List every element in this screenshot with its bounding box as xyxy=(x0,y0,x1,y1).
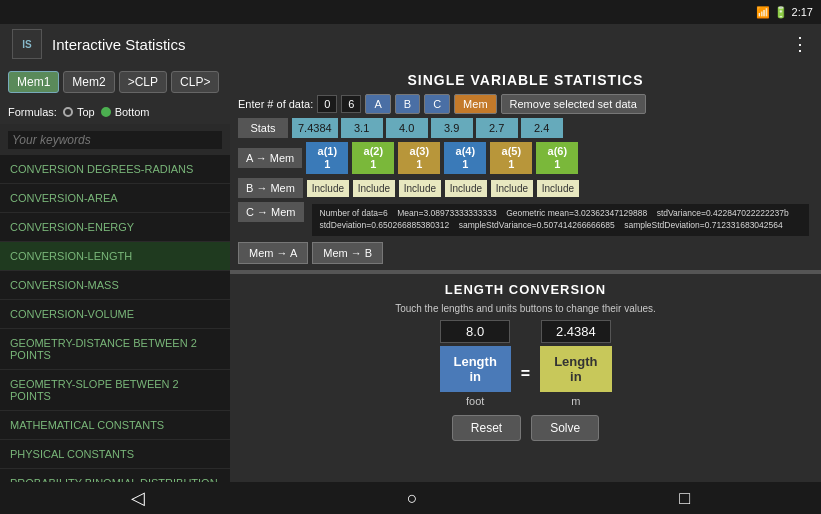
lc-solve-button[interactable]: Solve xyxy=(531,415,599,441)
b-mem-label[interactable]: B → Mem xyxy=(238,178,303,198)
include-btn-5[interactable]: Include xyxy=(537,180,579,197)
toolbar: Mem1 Mem2 >CLP CLP> xyxy=(0,64,230,100)
data-count: 6 xyxy=(341,95,361,113)
sidebar-item-energy[interactable]: CONVERSION-ENERGY xyxy=(0,213,230,242)
lc-reset-button[interactable]: Reset xyxy=(452,415,521,441)
lc-unit-m-button[interactable]: Lengthin xyxy=(540,346,611,392)
mem-a-button[interactable]: Mem → A xyxy=(238,242,308,264)
lc-actions: Reset Solve xyxy=(234,411,817,445)
sidebar-item-physical-constants[interactable]: PHYSICAL CONSTANTS xyxy=(0,440,230,469)
mem-button[interactable]: Mem xyxy=(454,94,496,114)
a-mem-label[interactable]: A → Mem xyxy=(238,148,302,168)
stats-area: Stats 7.4384 3.1 4.0 3.9 2.7 2.4 xyxy=(234,116,817,140)
sidebar-item-degrees-radians[interactable]: CONVERSION DEGREES-RADIANS xyxy=(0,155,230,184)
lc-value-2[interactable]: 2.4384 xyxy=(541,320,611,343)
include-btn-2[interactable]: Include xyxy=(399,180,441,197)
include-btn-0[interactable]: Include xyxy=(307,180,349,197)
cell-a6-label: a(6) xyxy=(540,145,574,158)
status-icons: 📶 🔋 2:17 xyxy=(756,6,813,19)
nav-bar: ◁ ○ □ xyxy=(0,482,821,514)
include-btn-1[interactable]: Include xyxy=(353,180,395,197)
sidebar-item-mass[interactable]: CONVERSION-MASS xyxy=(0,271,230,300)
top-radio-group[interactable]: Top xyxy=(63,106,95,118)
sidebar-item-length[interactable]: CONVERSION-LENGTH xyxy=(0,242,230,271)
back-button[interactable]: ◁ xyxy=(111,483,165,513)
sidebar-item-math-constants[interactable]: MATHEMATICAL CONSTANTS xyxy=(0,411,230,440)
bottom-label: Bottom xyxy=(115,106,150,118)
data-count-0: 0 xyxy=(317,95,337,113)
include-btn-4[interactable]: Include xyxy=(491,180,533,197)
stat-val-4[interactable]: 2.7 xyxy=(476,118,518,138)
formulas-row: Formulas: Top Bottom xyxy=(0,100,230,124)
length-conversion-section: LENGTH CONVERSION Touch the lengths and … xyxy=(230,274,821,482)
cell-a1[interactable]: a(1) 1 xyxy=(306,142,348,174)
stats-values-row: 7.4384 3.1 4.0 3.9 2.7 2.4 xyxy=(292,118,563,138)
sidebar-item-geometry-distance[interactable]: GEOMETRY-DISTANCE BETWEEN 2 POINTS xyxy=(0,329,230,370)
sidebar-item-binomial[interactable]: PROBABILITY-BINOMIAL DISTRIBUTION xyxy=(0,469,230,482)
cell-a2-sub: 1 xyxy=(356,158,390,171)
lc-unit-foot-button[interactable]: Lengthin xyxy=(440,346,511,392)
cell-a4[interactable]: a(4) 1 xyxy=(444,142,486,174)
clp-button[interactable]: CLP> xyxy=(171,71,219,93)
cell-a6-sub: 1 xyxy=(540,158,574,171)
sidebar-item-volume[interactable]: CONVERSION-VOLUME xyxy=(0,300,230,329)
cell-a3[interactable]: a(3) 1 xyxy=(398,142,440,174)
top-label: Top xyxy=(77,106,95,118)
cell-a5-label: a(5) xyxy=(494,145,528,158)
sidebar-search-input[interactable] xyxy=(8,131,222,149)
cell-a6[interactable]: a(6) 1 xyxy=(536,142,578,174)
svs-section: SINGLE VARIABLE STATISTICS Enter # of da… xyxy=(230,64,821,270)
remove-button[interactable]: Remove selected set data xyxy=(501,94,646,114)
lc-title: LENGTH CONVERSION xyxy=(234,278,817,301)
stat-val-5[interactable]: 2.4 xyxy=(521,118,563,138)
cell-a3-sub: 1 xyxy=(402,158,436,171)
formulas-label: Formulas: xyxy=(8,106,57,118)
cell-a1-label: a(1) xyxy=(310,145,344,158)
lc-inputs: 8.0 Lengthin foot = 2.4384 Lengthin m xyxy=(234,316,817,411)
svs-controls: Enter # of data: 0 6 A B C Mem Remove se… xyxy=(234,92,817,116)
cell-a2-label: a(2) xyxy=(356,145,390,158)
stat-val-0[interactable]: 7.4384 xyxy=(292,118,338,138)
cell-a5[interactable]: a(5) 1 xyxy=(490,142,532,174)
cell-a1-sub: 1 xyxy=(310,158,344,171)
sidebar-item-geometry-slope[interactable]: GEOMETRY-SLOPE BETWEEN 2 POINTS xyxy=(0,370,230,411)
a-mem-row: A → Mem a(1) 1 a(2) 1 a(3) 1 a(4) 1 a(5)… xyxy=(234,140,817,176)
enter-label: Enter # of data: xyxy=(238,98,313,110)
cell-a2[interactable]: a(2) 1 xyxy=(352,142,394,174)
sidebar: CONVERSION DEGREES-RADIANS CONVERSION-AR… xyxy=(0,124,230,482)
lc-input-group-1: 8.0 Lengthin foot xyxy=(440,320,511,407)
c-mem-row: C → Mem Number of data=6 Mean=3.08973333… xyxy=(234,200,817,240)
stat-val-1[interactable]: 3.1 xyxy=(341,118,383,138)
lc-unit1-label: Lengthin xyxy=(454,354,497,384)
cell-a3-label: a(3) xyxy=(402,145,436,158)
b-mem-row: B → Mem Include Include Include Include … xyxy=(234,176,817,200)
col-a-button[interactable]: A xyxy=(365,94,390,114)
mem-ab-row: Mem → A Mem → B xyxy=(234,240,817,266)
stat-val-2[interactable]: 4.0 xyxy=(386,118,428,138)
c-mem-label[interactable]: C → Mem xyxy=(238,202,304,222)
lc-value-1[interactable]: 8.0 xyxy=(440,320,510,343)
lc-input-group-2: 2.4384 Lengthin m xyxy=(540,320,611,407)
col-c-button[interactable]: C xyxy=(424,94,450,114)
sidebar-item-area[interactable]: CONVERSION-AREA xyxy=(0,184,230,213)
bottom-radio-group[interactable]: Bottom xyxy=(101,106,150,118)
include-btn-3[interactable]: Include xyxy=(445,180,487,197)
sidebar-search-container xyxy=(0,124,230,155)
cell-a4-sub: 1 xyxy=(448,158,482,171)
lc-foot-label: foot xyxy=(466,395,484,407)
home-button[interactable]: ○ xyxy=(387,484,438,513)
stats-label[interactable]: Stats xyxy=(238,118,288,138)
top-radio[interactable] xyxy=(63,107,73,117)
stats-output: Number of data=6 Mean=3.08973333333333 G… xyxy=(312,204,810,236)
stat-val-3[interactable]: 3.9 xyxy=(431,118,473,138)
recent-apps-button[interactable]: □ xyxy=(659,484,710,513)
lc-unit2-label: Lengthin xyxy=(554,354,597,384)
cmp-clp-button[interactable]: >CLP xyxy=(119,71,167,93)
menu-button[interactable]: ⋮ xyxy=(791,33,809,55)
mem1-button[interactable]: Mem1 xyxy=(8,71,59,93)
app-title: Interactive Statistics xyxy=(52,36,791,53)
col-b-button[interactable]: B xyxy=(395,94,420,114)
mem2-button[interactable]: Mem2 xyxy=(63,71,114,93)
bottom-radio[interactable] xyxy=(101,107,111,117)
mem-b-button[interactable]: Mem → B xyxy=(312,242,383,264)
